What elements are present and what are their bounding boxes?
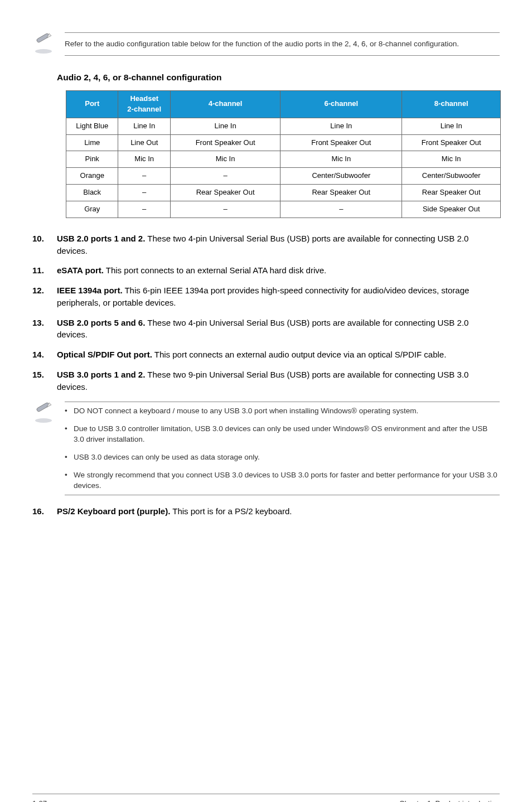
item-body: USB 2.0 ports 5 and 6. These two 4-pin U…	[57, 317, 500, 341]
table-row: Gray – – – Side Speaker Out	[66, 201, 501, 218]
cell: Line In	[170, 118, 280, 134]
item-body: USB 2.0 ports 1 and 2. These two 4-pin U…	[57, 233, 500, 257]
audio-config-table: Port Headset 2-channel 4-channel 6-chann…	[66, 90, 501, 218]
item-number: 10.	[32, 233, 57, 257]
item-text: This port connects an external audio out…	[152, 350, 447, 359]
svg-point-3	[35, 418, 52, 423]
cell: Mic In	[170, 151, 280, 168]
table-row: Black – Rear Speaker Out Rear Speaker Ou…	[66, 185, 501, 201]
cell: Center/Subwoofer	[402, 168, 501, 185]
cell: Side Speaker Out	[402, 201, 501, 218]
cell: Mic In	[118, 151, 170, 168]
item-body: IEEE 1394a port. This 6-pin IEEE 1394a p…	[57, 284, 500, 309]
bullet-item: Due to USB 3.0 controller limitation, US…	[65, 420, 500, 448]
item-number: 16.	[32, 505, 57, 518]
cell: Rear Speaker Out	[280, 185, 402, 201]
top-note-block: Refer to the audio configuration table b…	[32, 32, 500, 56]
item-number: 11.	[32, 264, 57, 277]
item-bold: USB 2.0 ports 5 and 6.	[57, 318, 145, 327]
svg-rect-4	[36, 402, 50, 412]
bullet-item: We strongly recommend that you connect U…	[65, 466, 500, 495]
cell: Mic In	[402, 151, 501, 168]
bullet-item: USB 3.0 devices can only be used as data…	[65, 448, 500, 466]
bullet-item: DO NOT connect a keyboard / mouse to any…	[65, 402, 500, 420]
item-text: This port connects to an external Serial…	[104, 265, 326, 275]
table-row: Light Blue Line In Line In Line In Line …	[66, 118, 501, 134]
cell: Rear Speaker Out	[402, 185, 501, 201]
cell: Line In	[402, 118, 501, 134]
item-bold: IEEE 1394a port.	[57, 286, 123, 295]
item-number: 12.	[32, 284, 57, 309]
usb3-bullets: DO NOT connect a keyboard / mouse to any…	[65, 402, 500, 495]
cell: Center/Subwoofer	[280, 168, 402, 185]
cell: Gray	[66, 201, 118, 218]
pencil-note-icon	[32, 32, 55, 55]
svg-rect-1	[36, 33, 50, 43]
usb3-note-block: DO NOT connect a keyboard / mouse to any…	[32, 402, 500, 495]
item-bold: eSATA port.	[57, 265, 104, 275]
cell: Lime	[66, 134, 118, 151]
svg-point-0	[35, 49, 52, 54]
pencil-note-icon	[32, 402, 55, 424]
cell: –	[118, 201, 170, 218]
cell: Orange	[66, 168, 118, 185]
cell: –	[118, 168, 170, 185]
list-item-12: 12. IEEE 1394a port. This 6-pin IEEE 139…	[32, 284, 500, 309]
cell: Front Speaker Out	[402, 134, 501, 151]
footer-left: 1-27	[32, 799, 47, 802]
cell: Pink	[66, 151, 118, 168]
item-number: 15.	[32, 369, 57, 393]
item-text: This port is for a PS/2 keyboard.	[170, 506, 292, 516]
cell: Front Speaker Out	[170, 134, 280, 151]
table-header: Headset 2-channel	[118, 91, 170, 118]
numbered-list: 10. USB 2.0 ports 1 and 2. These two 4-p…	[32, 233, 500, 393]
cell: Line Out	[118, 134, 170, 151]
item-bold: USB 3.0 ports 1 and 2.	[57, 370, 145, 379]
cell: Light Blue	[66, 118, 118, 134]
list-item-10: 10. USB 2.0 ports 1 and 2. These two 4-p…	[32, 233, 500, 257]
table-header: 4-channel	[170, 91, 280, 118]
item-bold: Optical S/PDIF Out port.	[57, 350, 152, 359]
table-header: 6-channel	[280, 91, 402, 118]
item-bold: USB 2.0 ports 1 and 2.	[57, 234, 145, 243]
cell: Mic In	[280, 151, 402, 168]
cell: –	[170, 201, 280, 218]
cell: –	[280, 201, 402, 218]
section-title: Audio 2, 4, 6, or 8-channel configuratio…	[57, 71, 500, 84]
table-row: Pink Mic In Mic In Mic In Mic In	[66, 151, 501, 168]
cell: Line In	[118, 118, 170, 134]
blank-space	[32, 526, 500, 794]
item-bold: PS/2 Keyboard port (purple).	[57, 506, 170, 516]
list-item-13: 13. USB 2.0 ports 5 and 6. These two 4-p…	[32, 317, 500, 341]
top-note-text: Refer to the audio configuration table b…	[65, 32, 500, 56]
cell: –	[170, 168, 280, 185]
list-item-15: 15. USB 3.0 ports 1 and 2. These two 9-p…	[32, 369, 500, 393]
table-row: Orange – – Center/Subwoofer Center/Subwo…	[66, 168, 501, 185]
item-body: USB 3.0 ports 1 and 2. These two 9-pin U…	[57, 369, 500, 393]
cell: Black	[66, 185, 118, 201]
cell: –	[118, 185, 170, 201]
list-item-16: 16. PS/2 Keyboard port (purple). This po…	[32, 505, 500, 518]
item-body: eSATA port. This port connects to an ext…	[57, 264, 500, 277]
cell: Rear Speaker Out	[170, 185, 280, 201]
item-body: Optical S/PDIF Out port. This port conne…	[57, 349, 500, 361]
numbered-list-cont: 16. PS/2 Keyboard port (purple). This po…	[32, 505, 500, 518]
list-item-14: 14. Optical S/PDIF Out port. This port c…	[32, 349, 500, 361]
table-row: Lime Line Out Front Speaker Out Front Sp…	[66, 134, 501, 151]
table-header: 8-channel	[402, 91, 501, 118]
cell: Front Speaker Out	[280, 134, 402, 151]
footer-right: Chapter 1: Product introduction	[399, 799, 500, 802]
list-item-11: 11. eSATA port. This port connects to an…	[32, 264, 500, 277]
item-body: PS/2 Keyboard port (purple). This port i…	[57, 505, 500, 518]
page-footer: 1-27 Chapter 1: Product introduction	[32, 794, 500, 802]
cell: Line In	[280, 118, 402, 134]
table-header: Port	[66, 91, 118, 118]
item-number: 13.	[32, 317, 57, 341]
item-number: 14.	[32, 349, 57, 361]
